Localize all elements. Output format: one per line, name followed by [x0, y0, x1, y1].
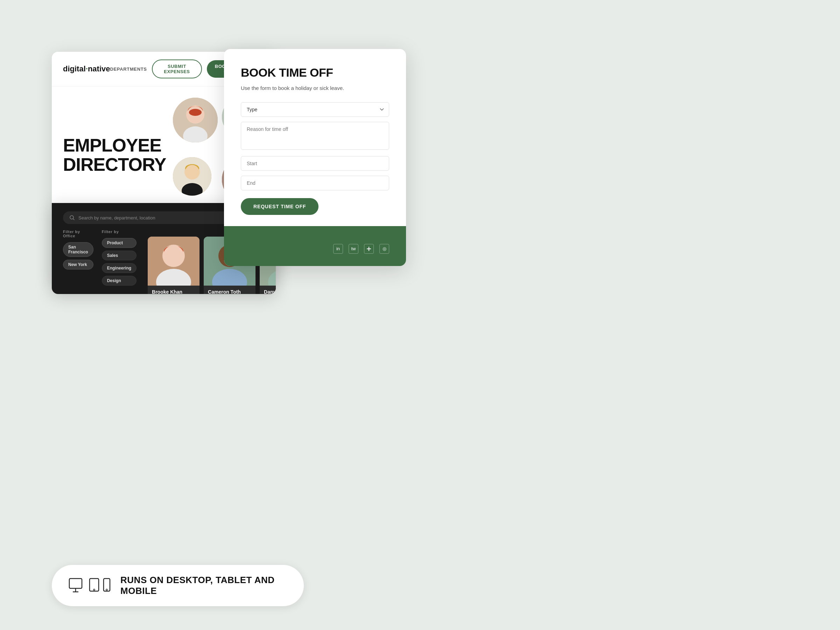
- dept-filter: Filter by Product Sales Engineering Desi…: [102, 230, 136, 294]
- logo-part1: digital: [63, 65, 86, 73]
- employee-card-brooke[interactable]: Brooke Khan Head of Sales: [148, 237, 199, 294]
- phone-icon: [103, 578, 111, 593]
- reason-textarea[interactable]: [241, 122, 389, 150]
- tablet-icon: [89, 578, 101, 593]
- svg-point-41: [93, 589, 95, 591]
- end-date-input[interactable]: [241, 176, 389, 190]
- modal-subtitle: Use the form to book a holiday or sick l…: [241, 84, 389, 92]
- person3-svg: [173, 157, 212, 196]
- hero-title: EMPLOYEE DIRECTORY: [63, 136, 166, 174]
- devices-icon: [69, 578, 111, 593]
- leave-type-select[interactable]: Type Holiday Sick Leave Personal: [241, 102, 389, 117]
- brooke-info: Brooke Khan Head of Sales: [148, 286, 199, 294]
- filter-new-york[interactable]: New York: [63, 260, 93, 270]
- time-off-modal: BOOK TIME OFF Use the form to book a hol…: [224, 49, 406, 266]
- hero-title-line2: DIRECTORY: [63, 155, 166, 174]
- dany-info: Dany Coronado Marketing Manager: [260, 286, 276, 294]
- nav-departments[interactable]: DEPARTMENTS: [110, 66, 147, 72]
- filter-product[interactable]: Product: [102, 238, 136, 248]
- logo-part2: native: [88, 65, 110, 73]
- modal-body: BOOK TIME OFF Use the form to book a hol…: [224, 49, 406, 226]
- filter-design[interactable]: Design: [102, 276, 136, 286]
- svg-point-43: [106, 589, 107, 591]
- office-filter-label: Filter by Office: [63, 230, 93, 238]
- modal-title: BOOK TIME OFF: [241, 66, 389, 79]
- bottom-banner: RUNS ON DESKTOP, TABLET AND MOBILE: [52, 565, 304, 606]
- filter-san-francisco[interactable]: San Francisco: [63, 242, 93, 257]
- employee-photo-1: [173, 98, 218, 142]
- dept-filter-label: Filter by: [102, 230, 136, 234]
- search-placeholder-text: Search by name, department, location: [78, 215, 155, 221]
- search-icon: [69, 215, 75, 221]
- svg-rect-37: [69, 579, 82, 588]
- hero-title-line1: EMPLOYEE: [63, 136, 166, 155]
- dribbble-icon[interactable]: ◎: [379, 244, 389, 254]
- svg-point-16: [185, 165, 199, 179]
- brooke-svg: [148, 237, 199, 286]
- svg-point-7: [189, 109, 202, 116]
- desktop-icon: [69, 578, 87, 593]
- person1-svg: [173, 98, 218, 142]
- filter-engineering[interactable]: Engineering: [102, 263, 136, 273]
- svg-rect-36: [369, 247, 369, 251]
- brooke-photo: [148, 237, 199, 286]
- social-icons: in tw ◎: [333, 244, 389, 254]
- banner-text: RUNS ON DESKTOP, TABLET AND MOBILE: [120, 575, 287, 597]
- start-date-input[interactable]: [241, 156, 389, 171]
- brooke-name: Brooke Khan: [152, 289, 195, 294]
- cameron-name: Cameron Toth: [208, 289, 251, 294]
- cameron-info: Cameron Toth Software Engineer: [204, 286, 256, 294]
- linkedin-icon[interactable]: in: [333, 244, 343, 254]
- employee-photo-3: [173, 157, 212, 196]
- link-svg: [366, 246, 371, 251]
- start-form-group: [241, 156, 389, 171]
- request-time-off-button[interactable]: REQUEST TIME OFF: [241, 198, 319, 215]
- svg-point-26: [163, 245, 184, 266]
- modal-footer: in tw ◎: [224, 226, 406, 266]
- filter-sales[interactable]: Sales: [102, 251, 136, 261]
- link-icon[interactable]: [364, 244, 374, 254]
- office-filter: Filter by Office San Francisco New York: [63, 230, 93, 294]
- type-form-group: Type Holiday Sick Leave Personal: [241, 102, 389, 117]
- end-form-group: [241, 176, 389, 190]
- submit-expenses-button[interactable]: SUBMIT EXPENSES: [152, 60, 202, 78]
- dany-name: Dany Coronado: [264, 289, 276, 294]
- logo: digital·native: [63, 65, 110, 74]
- reason-form-group: [241, 122, 389, 151]
- hero-text: EMPLOYEE DIRECTORY: [63, 98, 166, 212]
- twitter-icon[interactable]: tw: [349, 244, 358, 254]
